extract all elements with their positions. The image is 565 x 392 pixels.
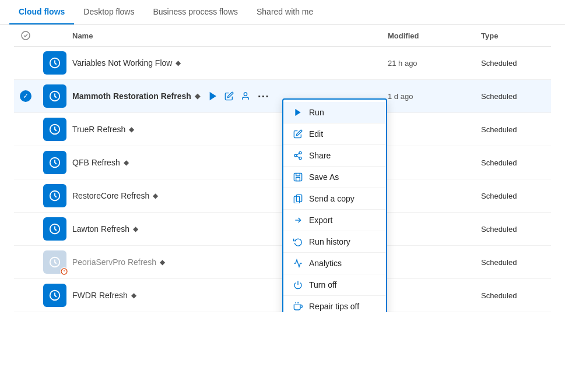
selected-check: ✓ [20, 90, 31, 102]
row-type: Scheduled [481, 192, 551, 200]
tab-shared-with-me[interactable]: Shared with me [247, 0, 322, 24]
turnoff-menu-icon [293, 280, 303, 290]
menu-item-share[interactable]: Share [283, 145, 386, 167]
svg-point-8 [299, 157, 301, 160]
disabled-badge [60, 267, 68, 276]
menu-item-turn-off[interactable]: Turn off [283, 274, 386, 296]
clock-icon [48, 156, 61, 169]
row-modified: 21 h ago [388, 59, 481, 68]
run-menu-icon [293, 107, 303, 118]
menu-item-analytics[interactable]: Analytics [283, 253, 386, 274]
svg-line-9 [297, 156, 300, 158]
tab-desktop-flows[interactable]: Desktop flows [74, 0, 143, 24]
flow-icon [43, 184, 66, 207]
header-check-col [14, 31, 37, 40]
flow-icon [43, 151, 66, 174]
row-name: Variables Not Working Flow ◆ [72, 58, 388, 68]
row-action-icons: ⋯ [208, 89, 269, 103]
diamond-icon: ◆ [176, 59, 181, 67]
row-type: Scheduled [481, 158, 551, 167]
clock-icon [48, 56, 61, 69]
repair-menu-icon [293, 301, 303, 312]
flows-table-container: Name Modified Type Variables Not Working… [0, 25, 565, 312]
row-type: Scheduled [481, 92, 551, 101]
row-icon-col [37, 284, 72, 307]
clock-icon [48, 123, 61, 136]
header-modified: Modified [388, 31, 481, 40]
header-type: Type [481, 31, 551, 40]
analytics-menu-icon [293, 258, 303, 269]
clock-icon [48, 90, 61, 103]
row-modified: 1 d ago [388, 92, 481, 101]
clock-icon [48, 256, 61, 269]
table-header: Name Modified Type [14, 25, 551, 47]
table-row[interactable]: ✓ Mammoth Restoration Refresh ◆ ⋯ [14, 80, 551, 113]
table-row[interactable]: Variables Not Working Flow ◆ 21 h ago Sc… [14, 47, 551, 80]
sendcopy-menu-icon [293, 193, 303, 204]
menu-item-repair[interactable]: Repair tips off [283, 296, 386, 312]
row-type: Scheduled [481, 258, 551, 267]
tab-business-process-flows[interactable]: Business process flows [143, 0, 247, 24]
row-icon-col [37, 250, 72, 274]
export-menu-icon [293, 215, 303, 225]
row-check[interactable]: ✓ [14, 90, 37, 102]
row-type: Scheduled [481, 225, 551, 234]
row-type: Scheduled [481, 59, 551, 68]
menu-item-send-copy[interactable]: Send a copy [283, 188, 386, 210]
error-icon [61, 268, 68, 275]
diamond-icon: ◆ [124, 158, 129, 167]
menu-item-run[interactable]: Run [283, 102, 386, 123]
row-icon-col [37, 151, 72, 174]
menu-item-run-history[interactable]: Run history [283, 231, 386, 253]
select-all-icon[interactable] [21, 31, 30, 40]
menu-item-save-as[interactable]: Save As [283, 167, 386, 188]
menu-item-export[interactable]: Export [283, 210, 386, 231]
menu-item-edit[interactable]: Edit [283, 123, 386, 145]
flow-icon [43, 217, 66, 241]
context-menu: Run Edit Share Save As [282, 98, 387, 312]
run-icon[interactable] [208, 91, 217, 101]
clock-icon [48, 189, 61, 202]
tab-bar: Cloud flows Desktop flows Business proce… [0, 0, 565, 25]
share-menu-icon [293, 150, 303, 161]
row-icon-col [37, 184, 72, 207]
clock-icon [48, 289, 61, 302]
row-type: Scheduled [481, 291, 551, 300]
flow-icon [43, 84, 66, 108]
svg-marker-5 [295, 109, 300, 116]
more-options-button[interactable]: ⋯ [257, 89, 269, 103]
diamond-icon: ◆ [160, 258, 165, 266]
tabs-container: Cloud flows Desktop flows Business proce… [0, 0, 565, 25]
row-type: Scheduled [481, 125, 551, 134]
row-icon-col [37, 217, 72, 241]
svg-line-10 [297, 153, 300, 155]
share-icon[interactable] [241, 91, 250, 101]
svg-point-6 [299, 151, 301, 154]
edit-menu-icon [293, 129, 303, 139]
edit-icon[interactable] [224, 91, 234, 101]
svg-marker-3 [210, 93, 215, 100]
flow-icon [43, 118, 66, 141]
row-icon-col [37, 118, 72, 141]
diamond-icon: ◆ [129, 125, 134, 133]
flow-icon [43, 51, 66, 75]
flow-icon [43, 284, 66, 307]
diamond-icon: ◆ [153, 192, 158, 200]
runhistory-menu-icon [293, 236, 303, 247]
diamond-icon: ◆ [195, 92, 200, 100]
tab-cloud-flows[interactable]: Cloud flows [9, 0, 74, 24]
clock-icon [48, 223, 61, 235]
svg-point-4 [244, 93, 247, 96]
diamond-icon: ◆ [131, 291, 136, 299]
diamond-icon: ◆ [133, 225, 138, 233]
flow-icon-disabled [43, 250, 66, 274]
header-name: Name [72, 31, 388, 40]
row-icon-col [37, 84, 72, 108]
row-icon-col [37, 51, 72, 75]
svg-point-7 [294, 154, 297, 157]
saveas-menu-icon [293, 172, 303, 182]
